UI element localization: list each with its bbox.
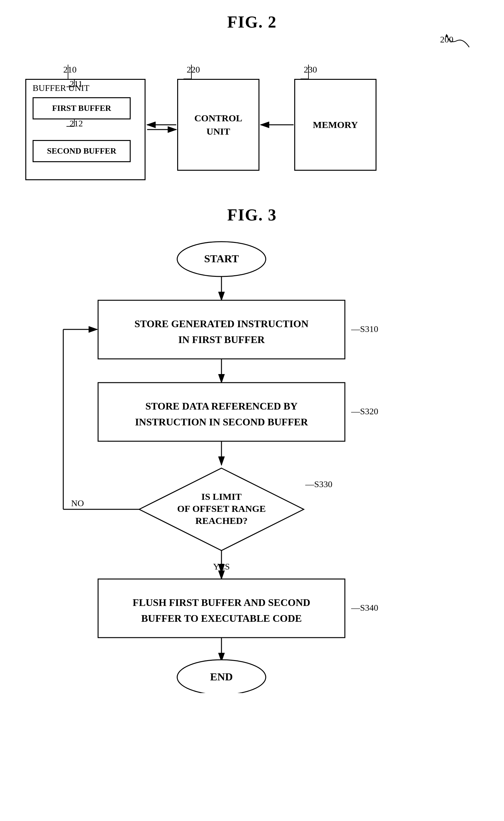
second-buffer-box: SECOND BUFFER [33, 140, 131, 162]
svg-text:NO: NO [71, 498, 84, 508]
first-buffer-box: FIRST BUFFER [33, 97, 131, 119]
ref200-arrow [441, 31, 479, 50]
fig3-title: FIG. 3 [0, 199, 504, 224]
flowchart-svg: START STORE GENERATED INSTRUCTION IN FIR… [0, 234, 504, 693]
svg-text:STORE DATA REFERENCED BY: STORE DATA REFERENCED BY [146, 400, 298, 412]
svg-text:—S330: —S330 [305, 479, 333, 489]
buffer-unit-box: BUFFER UNIT FIRST BUFFER SECOND BUFFER [25, 79, 146, 180]
svg-text:START: START [204, 253, 239, 265]
svg-text:FLUSH FIRST BUFFER AND SECOND: FLUSH FIRST BUFFER AND SECOND [133, 597, 310, 608]
buffer-unit-label: BUFFER UNIT [33, 83, 90, 93]
ref220-line [182, 63, 195, 79]
svg-text:STORE GENERATED INSTRUCTION: STORE GENERATED INSTRUCTION [134, 318, 308, 329]
svg-rect-42 [98, 579, 345, 638]
fig3-diagram: START STORE GENERATED INSTRUCTION IN FIR… [0, 234, 504, 693]
fig2-title: FIG. 2 [0, 0, 504, 31]
svg-text:IN FIRST BUFFER: IN FIRST BUFFER [178, 334, 265, 345]
svg-rect-25 [98, 383, 345, 441]
memory-label: MEMORY [313, 119, 358, 130]
memory-box: MEMORY [294, 79, 376, 171]
second-buffer-label: SECOND BUFFER [47, 146, 116, 156]
ref230-line [299, 63, 312, 79]
svg-text:REACHED?: REACHED? [195, 515, 247, 526]
svg-text:—S340: —S340 [351, 603, 378, 612]
svg-text:OF OFFSET RANGE: OF OFFSET RANGE [177, 503, 266, 514]
svg-text:BUFFER TO EXECUTABLE CODE: BUFFER TO EXECUTABLE CODE [141, 612, 302, 624]
svg-text:IS LIMIT: IS LIMIT [201, 491, 242, 502]
ref210-line [59, 63, 71, 79]
svg-rect-20 [98, 300, 345, 359]
svg-text:—S310: —S310 [351, 324, 378, 334]
svg-text:—S320: —S320 [351, 406, 378, 416]
control-unit-box: CONTROLUNIT [177, 79, 259, 171]
svg-text:YES: YES [213, 561, 230, 571]
svg-marker-0 [445, 34, 448, 37]
first-buffer-label: FIRST BUFFER [52, 103, 111, 113]
control-unit-label: CONTROLUNIT [194, 111, 242, 138]
svg-text:END: END [210, 671, 233, 683]
svg-text:INSTRUCTION IN SECOND BUFFER: INSTRUCTION IN SECOND BUFFER [135, 416, 308, 428]
fig2-diagram: 210 211 212 220 230 BUFFER UNIT FIRST BU… [0, 60, 504, 199]
